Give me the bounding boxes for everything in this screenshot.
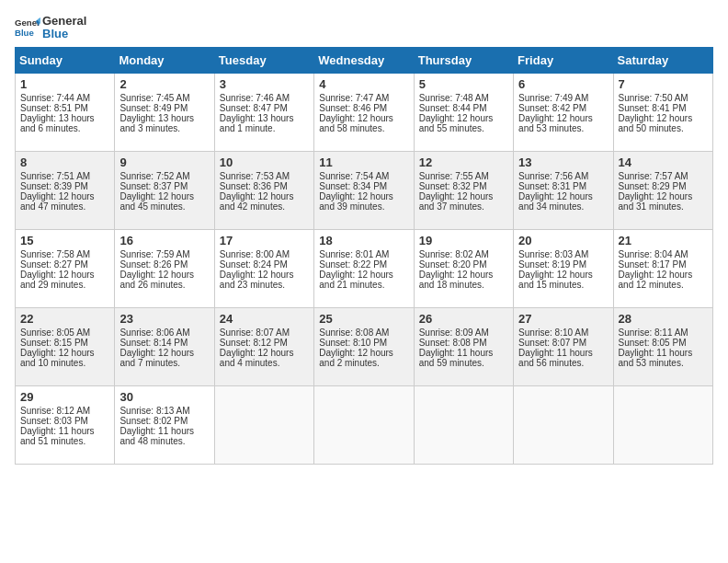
sunrise-label: Sunrise: 7:57 AM <box>619 171 688 181</box>
daylight-label: Daylight: 13 hours and 6 minutes. <box>20 113 95 133</box>
day-number: 20 <box>518 234 608 247</box>
calendar-week-row: 29 Sunrise: 8:12 AM Sunset: 8:03 PM Dayl… <box>16 385 713 464</box>
sunset-label: Sunset: 8:07 PM <box>518 338 586 348</box>
table-row: 24 Sunrise: 8:07 AM Sunset: 8:12 PM Dayl… <box>214 307 313 385</box>
table-row: 25 Sunrise: 8:08 AM Sunset: 8:10 PM Dayl… <box>314 307 414 385</box>
sunrise-label: Sunrise: 7:49 AM <box>518 93 588 103</box>
header-wednesday: Wednesday <box>314 47 414 73</box>
sunrise-label: Sunrise: 7:44 AM <box>20 93 90 103</box>
day-number: 8 <box>20 155 109 169</box>
day-number: 28 <box>619 312 708 326</box>
daylight-label: Daylight: 12 hours and 31 minutes. <box>619 191 693 212</box>
day-number: 6 <box>518 77 608 91</box>
daylight-label: Daylight: 12 hours and 23 minutes. <box>220 270 294 290</box>
table-row: 2 Sunrise: 7:45 AM Sunset: 8:49 PM Dayli… <box>115 73 214 151</box>
header-sunday: Sunday <box>16 47 115 73</box>
sunset-label: Sunset: 8:49 PM <box>119 103 188 113</box>
sunset-label: Sunset: 8:05 PM <box>619 338 687 348</box>
day-number: 21 <box>619 234 708 247</box>
table-row: 4 Sunrise: 7:47 AM Sunset: 8:46 PM Dayli… <box>314 73 414 151</box>
sunrise-label: Sunrise: 7:46 AM <box>220 93 290 103</box>
table-row: 29 Sunrise: 8:12 AM Sunset: 8:03 PM Dayl… <box>16 385 115 464</box>
days-header-row: Sunday Monday Tuesday Wednesday Thursday… <box>16 47 713 73</box>
sunset-label: Sunset: 8:02 PM <box>119 416 188 426</box>
day-number: 29 <box>20 390 109 404</box>
day-number: 30 <box>119 390 209 404</box>
day-number: 15 <box>20 234 109 247</box>
sunset-label: Sunset: 8:34 PM <box>319 181 387 191</box>
sunset-label: Sunset: 8:17 PM <box>619 259 687 270</box>
day-number: 14 <box>619 155 708 169</box>
table-row <box>414 385 513 464</box>
sunrise-label: Sunrise: 8:11 AM <box>619 327 688 338</box>
day-number: 24 <box>220 312 309 326</box>
sunrise-label: Sunrise: 7:55 AM <box>419 171 489 181</box>
daylight-label: Daylight: 12 hours and 37 minutes. <box>419 191 494 212</box>
day-number: 23 <box>119 312 209 326</box>
sunrise-label: Sunrise: 8:07 AM <box>220 327 290 338</box>
table-row: 14 Sunrise: 7:57 AM Sunset: 8:29 PM Dayl… <box>613 151 712 229</box>
table-row: 23 Sunrise: 8:06 AM Sunset: 8:14 PM Dayl… <box>115 307 214 385</box>
calendar-week-row: 22 Sunrise: 8:05 AM Sunset: 8:15 PM Dayl… <box>16 307 713 385</box>
sunset-label: Sunset: 8:22 PM <box>319 259 387 270</box>
table-row <box>514 385 613 464</box>
sunrise-label: Sunrise: 7:45 AM <box>119 93 189 103</box>
day-number: 10 <box>220 155 309 169</box>
sunset-label: Sunset: 8:26 PM <box>119 259 188 270</box>
sunrise-label: Sunrise: 8:03 AM <box>518 249 588 259</box>
table-row <box>613 385 712 464</box>
logo: General Blue General Blue <box>15 15 86 41</box>
header-friday: Friday <box>514 47 613 73</box>
sunset-label: Sunset: 8:42 PM <box>518 103 586 113</box>
table-row: 10 Sunrise: 7:53 AM Sunset: 8:36 PM Dayl… <box>214 151 313 229</box>
day-number: 4 <box>319 77 408 91</box>
sunset-label: Sunset: 8:15 PM <box>20 338 88 348</box>
sunset-label: Sunset: 8:14 PM <box>119 338 188 348</box>
header-monday: Monday <box>115 47 214 73</box>
sunset-label: Sunset: 8:10 PM <box>319 338 387 348</box>
table-row: 13 Sunrise: 7:56 AM Sunset: 8:31 PM Dayl… <box>514 151 613 229</box>
table-row <box>314 385 414 464</box>
daylight-label: Daylight: 11 hours and 53 minutes. <box>619 348 693 368</box>
day-number: 12 <box>419 155 508 169</box>
calendar-table: Sunday Monday Tuesday Wednesday Thursday… <box>15 47 713 465</box>
sunrise-label: Sunrise: 7:56 AM <box>518 171 588 181</box>
day-number: 3 <box>220 77 309 91</box>
day-number: 25 <box>319 312 408 326</box>
svg-text:Blue: Blue <box>15 28 34 38</box>
table-row: 12 Sunrise: 7:55 AM Sunset: 8:32 PM Dayl… <box>414 151 513 229</box>
table-row: 21 Sunrise: 8:04 AM Sunset: 8:17 PM Dayl… <box>613 229 712 307</box>
table-row: 26 Sunrise: 8:09 AM Sunset: 8:08 PM Dayl… <box>414 307 513 385</box>
daylight-label: Daylight: 12 hours and 58 minutes. <box>319 113 393 133</box>
daylight-label: Daylight: 11 hours and 48 minutes. <box>119 426 194 446</box>
header-tuesday: Tuesday <box>214 47 313 73</box>
sunset-label: Sunset: 8:32 PM <box>419 181 487 191</box>
daylight-label: Daylight: 11 hours and 51 minutes. <box>20 426 95 446</box>
table-row: 5 Sunrise: 7:48 AM Sunset: 8:44 PM Dayli… <box>414 73 513 151</box>
table-row: 28 Sunrise: 8:11 AM Sunset: 8:05 PM Dayl… <box>613 307 712 385</box>
table-row: 8 Sunrise: 7:51 AM Sunset: 8:39 PM Dayli… <box>16 151 115 229</box>
day-number: 5 <box>419 77 508 91</box>
sunset-label: Sunset: 8:24 PM <box>220 259 288 270</box>
svg-text:General: General <box>15 18 40 29</box>
sunrise-label: Sunrise: 7:54 AM <box>319 171 389 181</box>
calendar-week-row: 8 Sunrise: 7:51 AM Sunset: 8:39 PM Dayli… <box>16 151 713 229</box>
daylight-label: Daylight: 12 hours and 55 minutes. <box>419 113 494 133</box>
daylight-label: Daylight: 11 hours and 56 minutes. <box>518 348 593 368</box>
sunrise-label: Sunrise: 7:52 AM <box>119 171 189 181</box>
calendar-week-row: 1 Sunrise: 7:44 AM Sunset: 8:51 PM Dayli… <box>16 73 713 151</box>
sunrise-label: Sunrise: 8:00 AM <box>220 249 290 259</box>
sunrise-label: Sunrise: 8:02 AM <box>419 249 489 259</box>
sunrise-label: Sunrise: 7:50 AM <box>619 93 688 103</box>
logo-icon: General Blue <box>15 15 40 40</box>
table-row: 15 Sunrise: 7:58 AM Sunset: 8:27 PM Dayl… <box>16 229 115 307</box>
daylight-label: Daylight: 13 hours and 3 minutes. <box>119 113 194 133</box>
sunrise-label: Sunrise: 7:59 AM <box>119 249 189 259</box>
sunset-label: Sunset: 8:12 PM <box>220 338 288 348</box>
daylight-label: Daylight: 12 hours and 34 minutes. <box>518 191 593 212</box>
daylight-label: Daylight: 12 hours and 2 minutes. <box>319 348 393 368</box>
daylight-label: Daylight: 13 hours and 1 minute. <box>220 113 294 133</box>
table-row: 1 Sunrise: 7:44 AM Sunset: 8:51 PM Dayli… <box>16 73 115 151</box>
daylight-label: Daylight: 12 hours and 18 minutes. <box>419 270 494 290</box>
table-row: 3 Sunrise: 7:46 AM Sunset: 8:47 PM Dayli… <box>214 73 313 151</box>
